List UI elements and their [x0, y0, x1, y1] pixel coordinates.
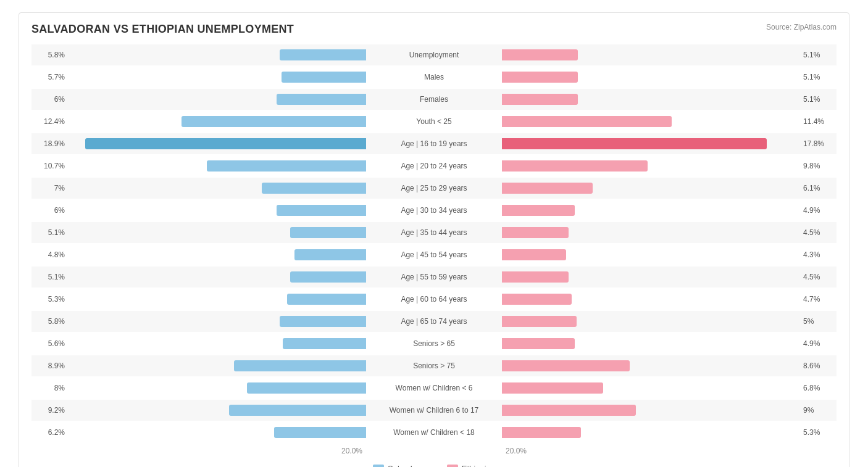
left-value: 5.1% [31, 273, 69, 281]
table-row: 8% Women w/ Children < 6 6.8% [31, 378, 837, 399]
right-bar [502, 94, 578, 105]
left-value: 5.7% [31, 73, 69, 81]
right-value: 5.1% [799, 51, 837, 59]
right-bar-container [502, 138, 799, 149]
left-bar-container [69, 382, 366, 394]
row-label: Age | 65 to 74 years [366, 317, 502, 326]
left-bar [290, 227, 366, 238]
left-bar-container [69, 72, 366, 83]
table-row: 6.2% Women w/ Children < 18 5.3% [31, 422, 837, 443]
right-bar-container [502, 294, 799, 305]
right-value: 4.5% [799, 273, 837, 281]
right-bar-container [502, 72, 799, 83]
right-value: 8.6% [799, 362, 837, 370]
left-value: 12.4% [31, 117, 69, 126]
table-row: 6% Age | 30 to 34 years 4.9% [31, 200, 837, 221]
legend: Salvadoran Ethiopian [31, 464, 837, 467]
right-value: 4.9% [799, 339, 837, 348]
left-bar [262, 183, 366, 194]
right-bar-container [502, 382, 799, 394]
table-row: 4.8% Age | 45 to 54 years 4.3% [31, 244, 837, 265]
right-bar-container [502, 116, 799, 127]
left-value: 7% [31, 184, 69, 192]
legend-ethiopian-label: Ethiopian [462, 464, 495, 467]
table-row: 7% Age | 25 to 29 years 6.1% [31, 178, 837, 199]
left-value: 5.8% [31, 317, 69, 326]
left-bar [234, 360, 366, 371]
left-bar [290, 271, 366, 283]
right-bar-container [502, 338, 799, 349]
right-bar [502, 382, 603, 394]
left-value: 5.3% [31, 295, 69, 304]
right-bar-container [502, 271, 799, 283]
table-row: 5.7% Males 5.1% [31, 67, 837, 88]
left-bar [283, 338, 366, 349]
chart-title: SALVADORAN VS ETHIOPIAN UNEMPLOYMENT [31, 23, 294, 36]
left-bar [247, 382, 366, 394]
table-row: 8.9% Seniors > 75 8.6% [31, 355, 837, 376]
left-bar-container [69, 160, 366, 172]
chart-container: SALVADORAN VS ETHIOPIAN UNEMPLOYMENT Sou… [19, 12, 849, 467]
right-value: 4.3% [799, 250, 837, 259]
left-bar [229, 405, 366, 416]
left-bar-container [69, 227, 366, 238]
right-bar [502, 405, 636, 416]
row-label: Age | 45 to 54 years [366, 250, 502, 259]
right-bar [502, 271, 569, 283]
row-label: Women w/ Children 6 to 17 [366, 406, 502, 415]
left-bar [277, 94, 366, 105]
axis-row: 20.0% 20.0% [31, 444, 837, 458]
legend-ethiopian: Ethiopian [447, 464, 495, 467]
row-label: Age | 25 to 29 years [366, 184, 502, 192]
right-bar-container [502, 316, 799, 327]
right-value: 5% [799, 317, 837, 326]
right-value: 5.1% [799, 73, 837, 81]
row-label: Youth < 25 [366, 117, 502, 126]
left-bar [287, 294, 366, 305]
right-bar [502, 160, 648, 172]
left-value: 5.1% [31, 228, 69, 237]
right-bar-container [502, 94, 799, 105]
left-bar-container [69, 427, 366, 438]
right-value: 4.7% [799, 295, 837, 304]
chart-header: SALVADORAN VS ETHIOPIAN UNEMPLOYMENT Sou… [31, 23, 837, 36]
left-value: 8% [31, 384, 69, 392]
chart-source: Source: ZipAtlas.com [766, 23, 837, 31]
right-bar [502, 360, 630, 371]
right-bar [502, 427, 581, 438]
left-bar [280, 316, 366, 327]
legend-salvadoran-label: Salvadoran [388, 464, 428, 467]
right-bar-container [502, 427, 799, 438]
left-value: 6.2% [31, 428, 69, 437]
left-bar-container [69, 405, 366, 416]
row-label: Age | 35 to 44 years [366, 228, 502, 237]
right-bar [502, 49, 578, 60]
left-bar-container [69, 49, 366, 60]
right-value: 9.8% [799, 162, 837, 170]
left-bar-container [69, 360, 366, 371]
table-row: 9.2% Women w/ Children 6 to 17 9% [31, 400, 837, 421]
right-value: 4.9% [799, 206, 837, 215]
left-value: 18.9% [31, 139, 69, 148]
legend-salvadoran: Salvadoran [373, 464, 428, 467]
chart-body: 5.8% Unemployment 5.1% 5.7% Males 5.1% 6… [31, 44, 837, 458]
right-bar-container [502, 405, 799, 416]
legend-box-blue [373, 465, 384, 468]
right-value: 4.5% [799, 228, 837, 237]
table-row: 5.3% Age | 60 to 64 years 4.7% [31, 289, 837, 310]
axis-right-label: 20.0% [502, 447, 799, 455]
table-row: 5.1% Age | 35 to 44 years 4.5% [31, 222, 837, 243]
table-row: 5.8% Age | 65 to 74 years 5% [31, 311, 837, 332]
right-bar [502, 316, 577, 327]
table-row: 5.1% Age | 55 to 59 years 4.5% [31, 267, 837, 287]
left-bar [282, 72, 366, 83]
left-value: 6% [31, 206, 69, 215]
left-bar-container [69, 316, 366, 327]
right-bar-container [502, 49, 799, 60]
left-bar [182, 116, 366, 127]
table-row: 12.4% Youth < 25 11.4% [31, 111, 837, 132]
row-label: Unemployment [366, 51, 502, 59]
row-label: Women w/ Children < 18 [366, 428, 502, 437]
left-bar-container [69, 205, 366, 216]
table-row: 10.7% Age | 20 to 24 years 9.8% [31, 155, 837, 176]
